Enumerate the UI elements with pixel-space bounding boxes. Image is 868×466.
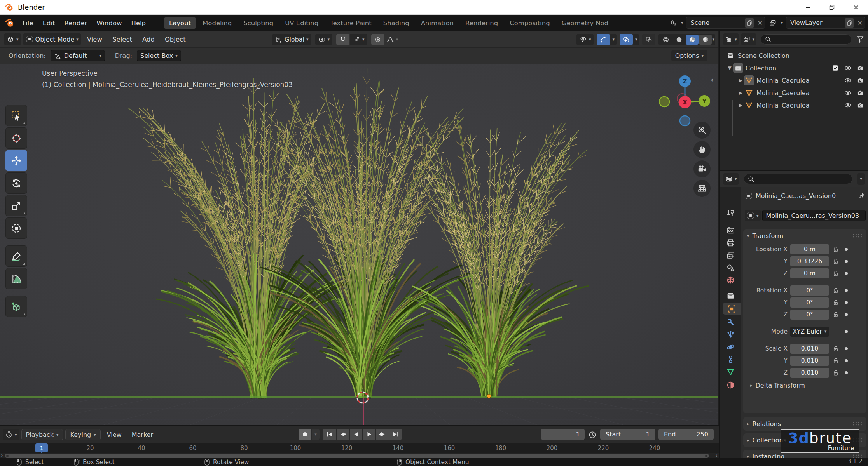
tab-physics[interactable] [723, 341, 738, 353]
animate-dot[interactable] [845, 260, 848, 263]
orientation-default-dropdown[interactable]: Default▾ [51, 50, 105, 61]
menu-window[interactable]: Window [92, 17, 126, 29]
outliner-row-scene-collection[interactable]: Scene Collection [720, 49, 868, 62]
new-scene-icon[interactable] [745, 18, 754, 28]
pin-icon[interactable] [858, 192, 866, 200]
workspace-tab-layout[interactable]: Layout [164, 17, 196, 29]
close-icon[interactable]: ✕ [755, 18, 765, 28]
value-field[interactable]: 0.33226 [790, 256, 829, 266]
workspace-tab-geometry-nod[interactable]: Geometry Nod [556, 17, 614, 29]
outliner-display-mode[interactable]: ▾ [741, 33, 757, 45]
expand-caret-icon[interactable]: ▶ [737, 78, 744, 83]
xray-toggle[interactable] [642, 34, 655, 45]
overlays-toggle[interactable] [620, 34, 633, 45]
tab-object[interactable] [723, 303, 741, 315]
value-field[interactable]: 0° [790, 297, 829, 308]
ortho-toggle-button[interactable] [693, 180, 711, 197]
lock-icon[interactable] [832, 299, 840, 306]
transform-panel-header[interactable]: ▾ Transform [743, 229, 866, 242]
filter-icon[interactable] [856, 35, 865, 44]
playback-menu[interactable]: Playback▾ [21, 429, 63, 440]
minimize-button[interactable] [796, 0, 820, 15]
animate-dot[interactable] [845, 313, 848, 316]
value-field[interactable]: 0.010 [790, 344, 829, 354]
animate-dot[interactable] [845, 347, 848, 350]
menu-file[interactable]: File [18, 17, 38, 29]
value-field[interactable]: 0 m [790, 268, 829, 278]
lock-icon[interactable] [832, 287, 840, 294]
animate-dot[interactable] [845, 371, 848, 374]
falloff-curve-icon[interactable] [386, 35, 395, 44]
expand-caret-icon[interactable]: ▶ [737, 90, 744, 96]
viewlayer-name[interactable]: ViewLayer [786, 19, 845, 26]
animate-dot[interactable] [845, 330, 848, 333]
lock-icon[interactable] [832, 311, 840, 318]
new-viewlayer-icon[interactable] [845, 18, 854, 28]
shading-material-button[interactable] [686, 35, 699, 45]
options-dropdown[interactable]: Options▾ [671, 50, 707, 61]
pivot-dropdown[interactable]: ▾ [315, 34, 333, 45]
tool-transform[interactable] [5, 217, 27, 239]
value-field[interactable]: 0.010 [790, 356, 829, 366]
close-icon[interactable]: ✕ [855, 18, 865, 28]
navigation-gizmo[interactable]: Z Y X [659, 70, 713, 128]
keying-menu[interactable]: Keying▾ [65, 429, 100, 440]
camera-view-button[interactable] [693, 160, 711, 177]
tab-collection[interactable] [723, 290, 738, 301]
tool-scale[interactable] [5, 195, 27, 216]
tool-select-box[interactable] [5, 105, 27, 126]
tab-render[interactable] [723, 224, 738, 236]
value-field[interactable]: 0.010 [790, 368, 829, 378]
camera-icon[interactable] [856, 64, 864, 72]
properties-editor-type[interactable]: ▾ [723, 173, 739, 185]
timeline-view-menu[interactable]: View [103, 431, 126, 438]
use-preview-range-icon[interactable] [588, 430, 597, 439]
scene-name[interactable]: Scene [686, 19, 745, 26]
animate-dot[interactable] [845, 289, 848, 292]
restore-button[interactable] [820, 0, 844, 15]
lock-icon[interactable] [832, 345, 840, 353]
outliner-row-object[interactable]: ▶Molinia_Caerulea [720, 87, 868, 99]
tab-object-data[interactable] [723, 366, 738, 377]
shading-dropdown[interactable]: ▾ [712, 37, 714, 42]
viewport-canvas[interactable]: User Perspective (1) Collection | Molini… [0, 64, 718, 425]
tab-view-layer[interactable] [723, 249, 738, 261]
jump-to-start-button[interactable] [323, 429, 336, 440]
menu-help[interactable]: Help [126, 17, 150, 29]
value-field[interactable]: 0 m [790, 244, 829, 254]
rotation-mode-dropdown[interactable]: XYZ Euler▾ [790, 327, 829, 337]
lock-icon[interactable] [832, 357, 840, 365]
gizmos-toggle[interactable] [597, 34, 610, 45]
playhead[interactable]: 1 [35, 443, 48, 452]
close-button[interactable] [844, 0, 868, 15]
jump-to-end-button[interactable] [389, 429, 402, 440]
tool-rotate[interactable] [5, 172, 27, 194]
properties-search[interactable] [744, 174, 853, 184]
tool-annotate[interactable] [5, 245, 27, 267]
tab-world[interactable] [723, 274, 738, 286]
tool-add-cube[interactable] [5, 296, 27, 317]
zoom-button[interactable] [693, 122, 711, 139]
shading-solid-button[interactable] [672, 35, 685, 45]
tool-move[interactable] [5, 150, 27, 171]
chevron-down-icon[interactable]: ▾ [781, 21, 783, 25]
tab-modifiers[interactable] [723, 316, 738, 328]
tab-constraints[interactable] [723, 353, 738, 365]
tool-measure[interactable] [5, 268, 27, 289]
timeline-marker-menu[interactable]: Marker [128, 431, 157, 438]
workspace-tab-animation[interactable]: Animation [416, 17, 459, 29]
workspace-tab-shading[interactable]: Shading [378, 17, 415, 29]
lock-icon[interactable] [832, 369, 840, 377]
gizmos-dropdown[interactable]: ▾ [610, 34, 617, 45]
drag-dots-icon[interactable] [852, 421, 863, 426]
start-frame-field[interactable]: Start1 [600, 429, 655, 440]
camera-icon[interactable] [856, 101, 864, 109]
orientation-dropdown[interactable]: Global▾ [272, 34, 311, 45]
auto-key-button[interactable] [299, 429, 311, 440]
menu-view[interactable]: View [83, 34, 107, 45]
checkbox-icon[interactable] [831, 64, 839, 72]
scene-selector[interactable]: Scene ✕ [686, 17, 765, 29]
outliner-row-object[interactable]: ▶Molinia_Caerulea [720, 99, 868, 111]
eye-icon[interactable] [844, 77, 852, 84]
properties-options[interactable]: ▾ [857, 173, 865, 185]
